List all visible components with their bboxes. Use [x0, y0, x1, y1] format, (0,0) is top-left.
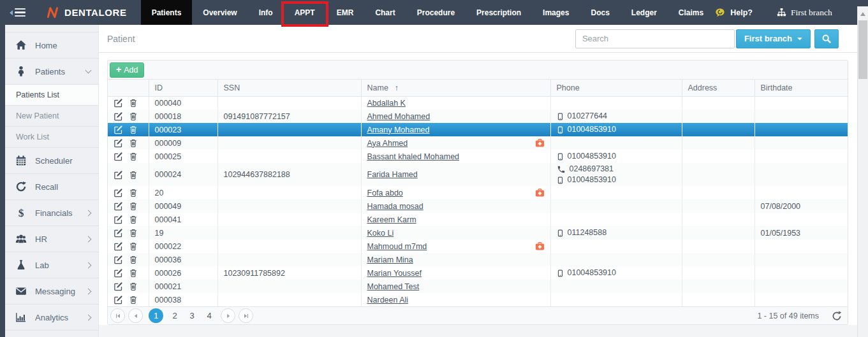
delete-button[interactable]: [129, 255, 138, 264]
edit-button[interactable]: [114, 228, 123, 238]
sidebar-item-patients[interactable]: Patients: [5, 59, 98, 85]
patient-name-link[interactable]: Amany Mohamed: [367, 125, 430, 134]
tab-docs[interactable]: Docs: [580, 0, 620, 25]
edit-button[interactable]: [114, 295, 123, 305]
table-row[interactable]: 000018091491087772157Ahmed Mohamed010277…: [108, 110, 848, 123]
table-row[interactable]: 000022Mahmoud m7md: [108, 240, 848, 253]
column-header-birthdate[interactable]: Birthdate: [754, 80, 848, 96]
page-button-4[interactable]: 4: [203, 311, 215, 320]
vertical-scrollbar[interactable]: [857, 6, 868, 337]
scrollbar-up-arrow-icon[interactable]: [860, 10, 865, 16]
sidebar-item-financials[interactable]: $Financials: [5, 200, 98, 226]
tab-chart[interactable]: Chart: [364, 0, 406, 25]
table-row[interactable]: 000025Bassant khaled Mohamed01004853910: [108, 150, 848, 163]
table-row[interactable]: 000040Abdallah K: [108, 96, 848, 110]
table-row[interactable]: 000024102944637882188Farida Hamed0248697…: [108, 163, 848, 186]
sidebar-collapse-button[interactable]: [0, 0, 36, 25]
delete-button[interactable]: [129, 268, 138, 278]
patient-name-link[interactable]: Marian Youssef: [367, 269, 422, 278]
sidebar-item-analytics[interactable]: Analytics: [5, 305, 98, 331]
edit-button[interactable]: [114, 138, 123, 148]
delete-button[interactable]: [129, 215, 138, 224]
patient-name-link[interactable]: Aya Ahmed: [367, 139, 408, 148]
table-row[interactable]: 000041Kareem Karm: [108, 213, 848, 226]
next-page-button[interactable]: [221, 308, 235, 323]
first-page-button[interactable]: [110, 308, 125, 323]
edit-button[interactable]: [114, 98, 123, 108]
sidebar-item-messaging[interactable]: Messaging: [5, 278, 98, 305]
app-logo[interactable]: DENTALORE: [36, 0, 141, 25]
prev-page-button[interactable]: [128, 308, 143, 323]
edit-button[interactable]: [114, 152, 123, 161]
sidebar-item-patients-list[interactable]: Patients List: [5, 85, 98, 106]
help-button[interactable]: Help?: [714, 8, 753, 18]
table-row[interactable]: 000009Aya Ahmed: [108, 136, 848, 150]
delete-button[interactable]: [129, 188, 138, 197]
tab-claims[interactable]: Claims: [668, 0, 714, 25]
sidebar-item-recall[interactable]: Recall: [5, 174, 98, 200]
sidebar-item-scheduler[interactable]: Scheduler: [5, 148, 98, 174]
patient-name-link[interactable]: Mohamed Test: [367, 282, 420, 291]
edit-button[interactable]: [114, 111, 123, 121]
patient-name-link[interactable]: Abdallah K: [367, 99, 406, 108]
delete-button[interactable]: [129, 170, 138, 180]
table-row[interactable]: 000049Hamada mosad07/08/2000: [108, 199, 848, 213]
table-row[interactable]: 000036Mariam Mina: [108, 253, 848, 266]
tab-info[interactable]: Info: [248, 0, 284, 25]
search-button[interactable]: [814, 29, 839, 48]
table-row[interactable]: 20Fofa abdo: [108, 186, 848, 199]
table-row[interactable]: 00002610230911785892Marian Youssef010048…: [108, 266, 848, 280]
patient-name-link[interactable]: Hamada mosad: [367, 202, 423, 211]
delete-button[interactable]: [129, 138, 138, 148]
column-header-address[interactable]: Address: [682, 80, 754, 96]
page-button-1[interactable]: 1: [149, 308, 163, 323]
refresh-button[interactable]: [832, 311, 842, 321]
add-patient-button[interactable]: Add: [110, 62, 144, 78]
patient-name-link[interactable]: Fofa abdo: [367, 189, 403, 197]
sidebar-item-home[interactable]: Home: [5, 32, 98, 59]
sidebar-item-hr[interactable]: HR: [5, 226, 98, 252]
delete-button[interactable]: [129, 152, 138, 161]
page-button-2[interactable]: 2: [169, 311, 180, 320]
tab-prescription[interactable]: Prescription: [466, 0, 532, 25]
sidebar-item-work-list[interactable]: Work List: [5, 127, 98, 148]
delete-button[interactable]: [129, 282, 138, 291]
delete-button[interactable]: [129, 98, 138, 108]
edit-button[interactable]: [114, 125, 123, 134]
edit-button[interactable]: [114, 282, 123, 291]
tab-overview[interactable]: Overview: [192, 0, 247, 25]
edit-button[interactable]: [114, 188, 123, 197]
edit-button[interactable]: [114, 215, 123, 224]
table-row[interactable]: 000023Amany Mohamed01004853910: [108, 123, 848, 136]
patient-name-link[interactable]: Ahmed Mohamed: [367, 112, 430, 121]
table-row[interactable]: 19Koko Li01124858801/05/1953: [108, 226, 848, 240]
patient-name-link[interactable]: Farida Hamed: [367, 170, 418, 179]
edit-button[interactable]: [114, 241, 123, 251]
patient-name-link[interactable]: Mariam Mina: [367, 255, 413, 264]
sidebar-item-new-patient[interactable]: New Patient: [5, 106, 98, 127]
column-header-id[interactable]: ID: [149, 80, 217, 96]
table-row[interactable]: 000038Nardeen Ali: [108, 293, 848, 306]
branch-indicator[interactable]: First branch: [777, 8, 832, 18]
column-header-name[interactable]: Name: [361, 80, 550, 96]
sidebar-item-lab[interactable]: Lab: [5, 252, 98, 278]
search-input[interactable]: [575, 29, 735, 48]
patient-name-link[interactable]: Kareem Karm: [367, 215, 416, 224]
tab-procedure[interactable]: Procedure: [406, 0, 466, 25]
tab-images[interactable]: Images: [532, 0, 580, 25]
tab-patients[interactable]: Patients: [141, 0, 193, 25]
last-page-button[interactable]: [239, 308, 253, 323]
tab-emr[interactable]: EMR: [326, 0, 365, 25]
page-button-3[interactable]: 3: [186, 311, 198, 320]
patient-name-link[interactable]: Mahmoud m7md: [367, 242, 427, 251]
tab-ledger[interactable]: Ledger: [621, 0, 668, 25]
table-row[interactable]: 000021Mohamed Test: [108, 280, 848, 293]
edit-button[interactable]: [114, 201, 123, 211]
column-header-ssn[interactable]: SSN: [217, 80, 361, 96]
delete-button[interactable]: [129, 111, 138, 121]
branch-filter-button[interactable]: First branch: [736, 29, 811, 48]
delete-button[interactable]: [129, 241, 138, 251]
column-header-phone[interactable]: Phone: [550, 80, 682, 96]
edit-button[interactable]: [114, 268, 123, 278]
patient-name-link[interactable]: Koko Li: [367, 229, 394, 238]
